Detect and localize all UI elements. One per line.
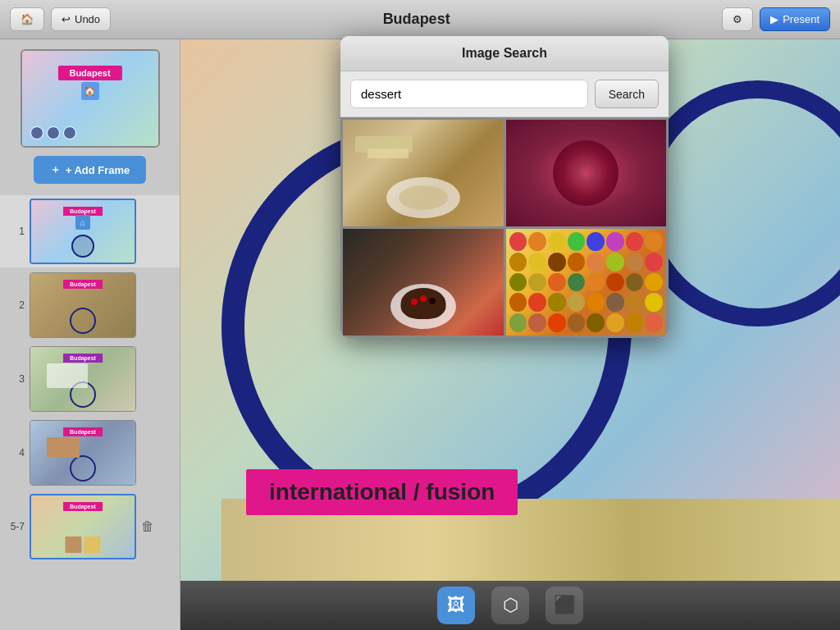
search-button-label: Search <box>609 88 645 101</box>
main-thumb-title: Budapest <box>57 66 121 80</box>
layout-toolbar-button[interactable]: ⬛ <box>546 587 583 624</box>
slide-thumbnail[interactable]: Budapest <box>30 272 136 338</box>
modal-search-row: Search <box>340 71 669 117</box>
slide-list: 1 Budapest ⌂ 2 Budapest 3 <box>0 195 180 563</box>
mini-home-icon: ⌂ <box>75 215 90 230</box>
mini-img-1 <box>66 536 82 553</box>
layout-icon: ⬛ <box>554 595 576 616</box>
mini-image-block <box>47 437 80 458</box>
slide-item[interactable]: 1 Budapest ⌂ <box>0 195 180 267</box>
sidebar: Budapest 🏠 ＋ + Add Frame 1 Budapest ⌂ <box>0 39 180 630</box>
images-toolbar-button[interactable]: 🖼 <box>437 587 475 624</box>
mini-content-block <box>47 363 88 388</box>
frames-toolbar-button[interactable]: ⬡ <box>491 587 529 624</box>
add-frame-icon: ＋ <box>50 162 61 177</box>
plate-decoration <box>386 177 460 218</box>
slide-number: 1 <box>7 226 25 237</box>
image-grid <box>340 117 669 338</box>
search-result-image[interactable] <box>506 229 667 336</box>
settings-button[interactable]: ⚙ <box>722 7 753 31</box>
main-thumb-home-icon: 🏠 <box>81 82 99 100</box>
main-thumb-circles <box>30 126 76 139</box>
bottom-toolbar: 🖼 ⬡ ⬛ <box>180 581 840 630</box>
slide-item[interactable]: 3 Budapest <box>0 343 180 415</box>
top-bar: 🏠 ↩ Undo Budapest ⚙ ▶ Present <box>0 0 840 39</box>
search-result-image[interactable] <box>506 120 667 226</box>
mini-circle <box>70 308 96 334</box>
slide-item[interactable]: 5-7 Budapest 🗑 <box>0 491 180 563</box>
add-frame-label: + Add Frame <box>66 164 130 176</box>
slide-number: 2 <box>7 299 25 311</box>
settings-icon: ⚙ <box>733 13 742 25</box>
undo-button[interactable]: ↩ Undo <box>51 7 111 31</box>
topbar-left: 🏠 ↩ Undo <box>10 7 111 31</box>
present-label: Present <box>783 13 819 25</box>
slide-number: 5-7 <box>7 521 25 532</box>
mini-slide-title: Budapest <box>63 280 103 289</box>
add-frame-button[interactable]: ＋ + Add Frame <box>34 156 147 184</box>
topbar-right: ⚙ ▶ Present <box>722 7 830 31</box>
trash-icon[interactable]: 🗑 <box>141 519 154 534</box>
mini-slide-title: Budapest <box>63 427 103 436</box>
slide-item[interactable]: 4 Budapest <box>0 417 180 489</box>
slide-thumbnail[interactable]: Budapest <box>30 494 136 559</box>
image-search-input[interactable] <box>350 80 588 108</box>
present-icon: ▶ <box>770 13 778 25</box>
slide-number: 3 <box>7 373 25 385</box>
slide-thumbnail[interactable]: Budapest ⌂ <box>30 199 136 264</box>
undo-icon: ↩ <box>62 13 71 25</box>
mini-circle <box>71 235 94 258</box>
slide-thumbnail[interactable]: Budapest <box>30 420 136 486</box>
undo-label: Undo <box>75 13 100 25</box>
page-title: Budapest <box>383 11 450 28</box>
modal-title: Image Search <box>340 36 669 71</box>
image-search-button[interactable]: Search <box>595 80 659 108</box>
search-result-image[interactable] <box>343 229 504 336</box>
mini-img-2 <box>84 536 101 553</box>
mini-circle <box>70 455 96 482</box>
search-result-image[interactable] <box>343 120 504 226</box>
slide-number: 4 <box>7 447 25 459</box>
present-button[interactable]: ▶ Present <box>760 7 830 31</box>
home-button[interactable]: 🏠 <box>10 7 44 31</box>
mini-slide-title: Budapest <box>63 354 103 363</box>
slide-thumbnail[interactable]: Budapest <box>30 346 136 412</box>
main-thumbnail[interactable]: Budapest 🏠 <box>21 49 160 148</box>
mini-slide-title: Budapest <box>63 502 103 511</box>
slide-item[interactable]: 2 Budapest <box>0 269 180 341</box>
home-icon: 🏠 <box>21 13 34 25</box>
image-search-modal: Image Search Search <box>340 36 669 338</box>
images-icon: 🖼 <box>447 595 465 616</box>
fusion-label: international / fusion <box>246 469 518 515</box>
frames-icon: ⬡ <box>503 595 518 616</box>
